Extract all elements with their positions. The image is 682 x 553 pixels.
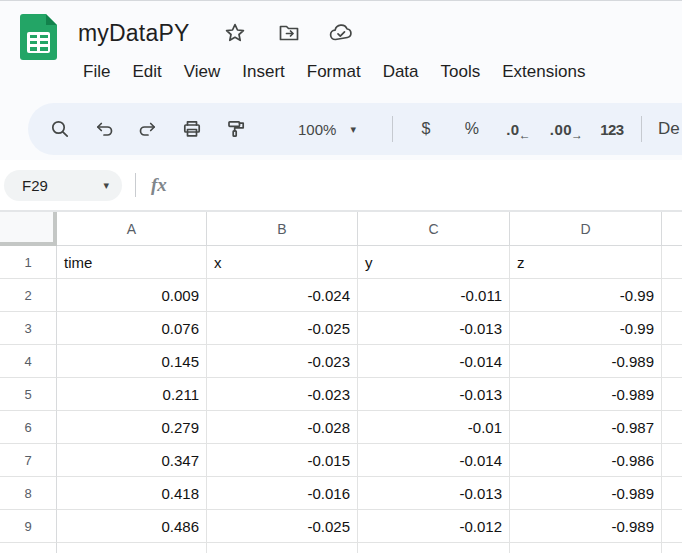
row-number[interactable]: 5 (0, 378, 57, 411)
cell-B10[interactable]: -0.02 (207, 543, 358, 553)
sheets-logo-icon[interactable] (20, 14, 57, 60)
arrow-left-icon: ← (519, 128, 531, 142)
menu-insert[interactable]: Insert (231, 58, 296, 86)
font-selector[interactable]: De (658, 119, 680, 139)
column-header-a[interactable]: A (57, 212, 207, 246)
row-number[interactable]: 2 (0, 279, 57, 312)
cell-A1[interactable]: time (57, 246, 207, 279)
cell-E6[interactable] (662, 411, 682, 444)
cell-E7[interactable] (662, 444, 682, 477)
cell-D8[interactable]: -0.989 (510, 477, 662, 510)
fx-icon: fx (151, 174, 167, 196)
cell-B6[interactable]: -0.028 (207, 411, 358, 444)
name-box[interactable]: F29 ▾ (4, 170, 122, 201)
cell-A7[interactable]: 0.347 (57, 444, 207, 477)
cell-B4[interactable]: -0.023 (207, 345, 358, 378)
cell-E3[interactable] (662, 312, 682, 345)
row-number[interactable]: 4 (0, 345, 57, 378)
row-number[interactable]: 10 (0, 543, 57, 553)
decrease-decimal-button[interactable]: .0← (495, 107, 543, 151)
cell-D2[interactable]: -0.99 (510, 279, 662, 312)
cell-D5[interactable]: -0.989 (510, 378, 662, 411)
column-header-c[interactable]: C (358, 212, 510, 246)
cell-A8[interactable]: 0.418 (57, 477, 207, 510)
zoom-level: 100% (298, 121, 336, 138)
column-header-e[interactable] (662, 212, 682, 246)
cell-D3[interactable]: -0.99 (510, 312, 662, 345)
column-header-row: A B C D (0, 212, 682, 246)
menu-format[interactable]: Format (296, 58, 372, 86)
cell-B3[interactable]: -0.025 (207, 312, 358, 345)
menu-file[interactable]: File (72, 58, 121, 86)
cell-E8[interactable] (662, 477, 682, 510)
cell-E5[interactable] (662, 378, 682, 411)
cell-D10[interactable]: -0.99 (510, 543, 662, 553)
cell-A3[interactable]: 0.076 (57, 312, 207, 345)
cell-B5[interactable]: -0.023 (207, 378, 358, 411)
cell-C9[interactable]: -0.012 (358, 510, 510, 543)
cell-D4[interactable]: -0.989 (510, 345, 662, 378)
cell-C8[interactable]: -0.013 (358, 477, 510, 510)
row-number[interactable]: 9 (0, 510, 57, 543)
format-percent-button[interactable]: % (449, 107, 495, 151)
menu-tools[interactable]: Tools (430, 58, 492, 86)
star-icon[interactable] (222, 20, 248, 46)
row-number[interactable]: 6 (0, 411, 57, 444)
cell-D1[interactable]: z (510, 246, 662, 279)
cell-C7[interactable]: -0.014 (358, 444, 510, 477)
cell-D9[interactable]: -0.989 (510, 510, 662, 543)
cell-B8[interactable]: -0.016 (207, 477, 358, 510)
cell-A6[interactable]: 0.279 (57, 411, 207, 444)
cell-E10[interactable] (662, 543, 682, 553)
search-icon[interactable] (38, 107, 82, 151)
cell-C2[interactable]: -0.011 (358, 279, 510, 312)
menu-view[interactable]: View (173, 58, 232, 86)
cell-A4[interactable]: 0.145 (57, 345, 207, 378)
cell-E2[interactable] (662, 279, 682, 312)
toolbar-divider (392, 116, 393, 142)
undo-icon[interactable] (82, 107, 126, 151)
cell-C5[interactable]: -0.013 (358, 378, 510, 411)
cell-A2[interactable]: 0.009 (57, 279, 207, 312)
cell-B9[interactable]: -0.025 (207, 510, 358, 543)
cell-D7[interactable]: -0.986 (510, 444, 662, 477)
cell-C1[interactable]: y (358, 246, 510, 279)
move-to-folder-icon[interactable] (276, 20, 302, 46)
print-icon[interactable] (170, 107, 214, 151)
row-number[interactable]: 8 (0, 477, 57, 510)
column-header-b[interactable]: B (207, 212, 358, 246)
row-number[interactable]: 3 (0, 312, 57, 345)
cell-C3[interactable]: -0.013 (358, 312, 510, 345)
column-header-d[interactable]: D (510, 212, 662, 246)
redo-icon[interactable] (126, 107, 170, 151)
cell-A5[interactable]: 0.211 (57, 378, 207, 411)
cell-C4[interactable]: -0.014 (358, 345, 510, 378)
increase-decimal-button[interactable]: .00→ (543, 107, 591, 151)
menu-edit[interactable]: Edit (121, 58, 172, 86)
cell-B2[interactable]: -0.024 (207, 279, 358, 312)
format-currency-button[interactable]: $ (403, 107, 449, 151)
zoom-control[interactable]: 100% ▾ (288, 111, 366, 147)
cloud-saved-icon[interactable] (328, 20, 354, 46)
cell-E4[interactable] (662, 345, 682, 378)
cell-D6[interactable]: -0.987 (510, 411, 662, 444)
paint-format-icon[interactable] (214, 107, 258, 151)
sheet-row-9: 9 0.486 -0.025 -0.012 -0.989 (0, 510, 682, 543)
document-title[interactable]: myDataPY (78, 20, 190, 47)
menu-extensions[interactable]: Extensions (491, 58, 596, 86)
row-number[interactable]: 1 (0, 246, 57, 279)
cell-A9[interactable]: 0.486 (57, 510, 207, 543)
select-all-corner[interactable] (0, 212, 57, 246)
cell-E1[interactable] (662, 246, 682, 279)
row-number[interactable]: 7 (0, 444, 57, 477)
cell-E9[interactable] (662, 510, 682, 543)
more-formats-button[interactable]: 123 (591, 107, 633, 151)
chevron-down-icon: ▾ (103, 179, 109, 192)
cell-C6[interactable]: -0.01 (358, 411, 510, 444)
chevron-down-icon: ▾ (350, 124, 356, 135)
menu-data[interactable]: Data (372, 58, 430, 86)
cell-B1[interactable]: x (207, 246, 358, 279)
cell-C10[interactable]: -0.013 (358, 543, 510, 553)
cell-B7[interactable]: -0.015 (207, 444, 358, 477)
cell-A10[interactable]: 0.552 (57, 543, 207, 553)
